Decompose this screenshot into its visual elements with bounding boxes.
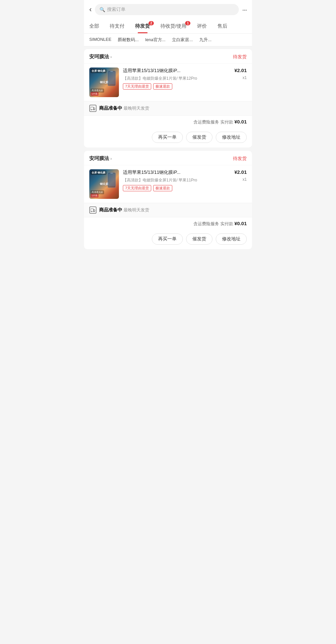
pending-receive-badge: 1 <box>185 21 190 25</box>
tag-0-1: 极速退款 <box>153 83 172 90</box>
product-row-0: 全屏 钢化膜 钢化膜 1片装 高清透光款 适用苹果15/13/11钢化膜iP..… <box>84 64 252 101</box>
tab-aftersale[interactable]: 售后 <box>212 19 233 33</box>
shipping-status-0: 商品准备中 最晚明天发货 <box>84 101 252 116</box>
product-info-1: 适用苹果15/13/11钢化膜iP... ¥2.01 【高清款】电镀防爆全屏1片… <box>123 169 247 191</box>
shipping-sub-1: 最晚明天发货 <box>124 207 149 212</box>
shipping-icon-0 <box>89 105 97 112</box>
shipping-status-text-0: 商品准备中 <box>99 105 122 111</box>
search-box[interactable]: 🔍 搜索订单 <box>95 4 239 15</box>
svg-rect-3 <box>91 107 94 110</box>
tab-bar: 全部 待支付 待发货 2 待收货/使用 1 评价 售后 <box>84 19 252 34</box>
tags-row-0: 7天无理由退货极速退款 <box>123 83 247 90</box>
product-title-1: 适用苹果15/13/11钢化膜iP... <box>123 169 181 176</box>
shop-filter-bar: SIMONLEE 爵耐数码... lena官方... 立白家居... 九升... <box>84 34 252 46</box>
svg-rect-2 <box>110 71 113 72</box>
tab-review[interactable]: 评价 <box>192 19 212 33</box>
tag-0-0: 7天无理由退货 <box>123 83 151 90</box>
svg-rect-9 <box>91 209 94 211</box>
shipping-sub-0: 最晚明天发货 <box>124 106 149 111</box>
img-clear-label: 高清透光款 <box>91 89 104 93</box>
svg-rect-8 <box>110 173 113 174</box>
product-price-0: ¥2.01 <box>234 67 247 73</box>
product-price-1: ¥2.01 <box>234 169 247 175</box>
img-full-label: 全屏 钢化膜 <box>91 69 106 73</box>
rebuy-button-0[interactable]: 再买一单 <box>152 132 183 143</box>
chevron-right-icon: › <box>110 156 112 161</box>
product-spec-1: 【高清款】电镀防爆全屏1片装/ 苹果11Pro <box>123 177 197 183</box>
product-image-0[interactable]: 全屏 钢化膜 钢化膜 1片装 高清透光款 <box>89 67 119 97</box>
product-qty-0: x1 <box>242 75 247 83</box>
img-clear-label: 高清透光款 <box>91 190 104 194</box>
product-image-1[interactable]: 全屏 钢化膜 钢化膜 1片装 高清透光款 <box>89 169 119 199</box>
back-button[interactable]: ‹ <box>89 5 92 14</box>
card-header-1: 安珂膜法 › 待发货 <box>84 151 252 165</box>
tab-all[interactable]: 全部 <box>84 19 104 33</box>
shop-filter-jnums[interactable]: 爵耐数码... <box>118 37 139 43</box>
tab-pending-ship[interactable]: 待发货 2 <box>130 19 155 33</box>
payment-summary-1: 含运费险服务 实付款 ¥0.01 <box>84 217 252 230</box>
action-row-1: 再买一单 催发货 修改地址 <box>84 230 252 249</box>
card-header-0: 安珂膜法 › 待发货 <box>84 49 252 64</box>
svg-rect-7 <box>108 174 115 186</box>
shipping-status-text-1: 商品准备中 <box>99 207 122 212</box>
product-title-0: 适用苹果15/13/11钢化膜iP... <box>123 67 181 74</box>
shipping-status-1: 商品准备中 最晚明天发货 <box>84 203 252 217</box>
tab-pending-pay[interactable]: 待支付 <box>104 19 130 33</box>
orders-container: 安珂膜法 › 待发货 全屏 钢化膜 钢化膜 1片装 高清透光款 <box>84 49 252 249</box>
search-placeholder: 搜索订单 <box>107 7 126 13</box>
order-card-0: 安珂膜法 › 待发货 全屏 钢化膜 钢化膜 1片装 高清透光款 <box>84 49 252 148</box>
product-spec-0: 【高清款】电镀防爆全屏1片装/ 苹果12Pro <box>123 75 197 81</box>
payment-amount-1: ¥0.01 <box>234 221 247 226</box>
product-qty-1: x1 <box>242 177 247 185</box>
more-button[interactable]: ··· <box>242 6 247 13</box>
product-row-1: 全屏 钢化膜 钢化膜 1片装 高清透光款 适用苹果15/13/11钢化膜iP..… <box>84 165 252 203</box>
order-card-1: 安珂膜法 › 待发货 全屏 钢化膜 钢化膜 1片装 高清透光款 <box>84 151 252 249</box>
change-addr-button-1[interactable]: 修改地址 <box>216 233 247 245</box>
product-info-0: 适用苹果15/13/11钢化膜iP... ¥2.01 【高清款】电镀防爆全屏1片… <box>123 67 247 90</box>
urge-button-0[interactable]: 催发货 <box>186 132 212 143</box>
shipping-icon-1 <box>89 206 97 214</box>
pending-ship-badge: 2 <box>149 21 154 25</box>
shop-filter-libai[interactable]: 立白家居... <box>172 37 193 43</box>
search-icon: 🔍 <box>99 7 105 12</box>
tag-1-1: 极速退款 <box>153 185 172 191</box>
urge-button-1[interactable]: 催发货 <box>186 233 212 245</box>
top-bar: ‹ 🔍 搜索订单 ··· <box>84 0 252 19</box>
rebuy-button-1[interactable]: 再买一单 <box>152 233 183 245</box>
shop-name-1[interactable]: 安珂膜法 › <box>89 155 112 162</box>
shop-filter-simonlee[interactable]: SIMONLEE <box>89 37 111 43</box>
action-row-0: 再买一单 催发货 修改地址 <box>84 128 252 148</box>
order-status-0: 待发货 <box>233 54 247 60</box>
shop-filter-lena[interactable]: lena官方... <box>145 37 165 43</box>
chevron-right-icon: › <box>110 54 112 59</box>
svg-rect-1 <box>108 72 115 84</box>
tags-row-1: 7天无理由退货极速退款 <box>123 185 247 191</box>
tab-pending-receive[interactable]: 待收货/使用 1 <box>155 19 192 33</box>
change-addr-button-0[interactable]: 修改地址 <box>216 132 247 143</box>
order-status-1: 待发货 <box>233 156 247 162</box>
shop-name-0[interactable]: 安珂膜法 › <box>89 54 112 60</box>
payment-summary-0: 含运费险服务 实付款 ¥0.01 <box>84 116 252 128</box>
img-full-label: 全屏 钢化膜 <box>91 171 106 175</box>
tag-1-0: 7天无理由退货 <box>123 185 151 191</box>
payment-amount-0: ¥0.01 <box>234 119 247 124</box>
shop-filter-jiusheng[interactable]: 九升... <box>199 37 211 43</box>
